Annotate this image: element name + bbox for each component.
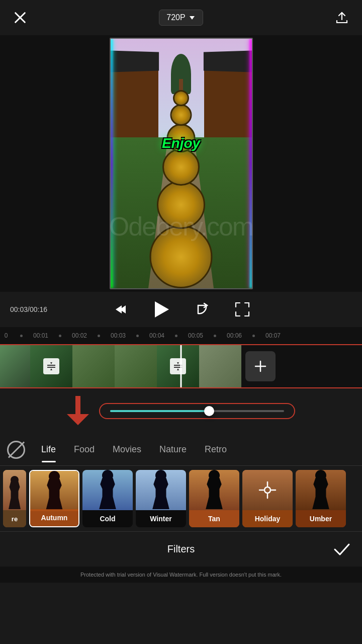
svg-marker-8 (50, 368, 52, 370)
video-frame: Enjoy (110, 38, 253, 289)
slider-fill (110, 410, 209, 412)
tick-dot (136, 335, 139, 337)
play-button[interactable] (150, 298, 172, 320)
svg-marker-11 (177, 362, 179, 364)
add-clip-button[interactable] (245, 351, 276, 381)
filter-thumb-partial[interactable]: re (3, 470, 26, 527)
tick-dot (20, 335, 23, 337)
top-bar: 720P (0, 0, 362, 35)
thumbnail-item (30, 345, 72, 387)
svg-marker-4 (155, 301, 169, 317)
slider-thumb[interactable] (204, 406, 214, 416)
svg-rect-15 (75, 396, 80, 414)
thumbnail-item (199, 345, 241, 387)
filter-tab-none[interactable] (0, 434, 32, 465)
intensity-slider-wrapper[interactable] (99, 403, 295, 419)
bottom-bar: Filters (0, 531, 362, 567)
filter-tab-label-retro: Retro (205, 444, 227, 455)
svg-marker-12 (177, 368, 179, 370)
resolution-button[interactable]: 720P (159, 10, 203, 26)
arrow-slider-section (0, 388, 362, 434)
timeline: 0 00:01 00:02 00:03 00:04 00:05 00:06 00… (0, 327, 362, 344)
thumbnail-item (157, 345, 199, 387)
tick-dot (214, 335, 216, 337)
svg-rect-6 (47, 367, 55, 368)
filter-tab-label-life: Life (41, 444, 56, 455)
tick-dot (252, 335, 255, 337)
filter-thumb-holiday[interactable]: Holiday (242, 470, 293, 527)
filter-thumb-label-umber: Umber (296, 510, 346, 527)
filter-thumb-autumn[interactable]: Autumn (29, 470, 79, 527)
filters-title: Filters (167, 543, 195, 555)
active-indicator (42, 461, 56, 462)
watermark-overlay: Odebery.com (0, 211, 362, 242)
resolution-label: 720P (166, 13, 185, 22)
export-button[interactable] (332, 8, 352, 28)
tick-5: 00:05 (187, 332, 205, 339)
close-button[interactable] (10, 8, 30, 28)
thumbnail-strip (0, 344, 362, 388)
down-arrow-indicator (67, 396, 89, 426)
filter-thumb-tan[interactable]: Tan (189, 470, 239, 527)
filter-thumb-label-holiday: Holiday (242, 510, 293, 527)
watermark-notice: Protected with trial version of Visual W… (0, 567, 362, 583)
tick-6: 00:06 (225, 332, 243, 339)
filter-tab-life[interactable]: Life (32, 434, 65, 465)
thumbnail-item (0, 345, 30, 387)
tick-dot (98, 335, 100, 337)
video-overlay-text: Enjoy (162, 135, 200, 151)
tick-3: 00:03 (109, 332, 127, 339)
time-display: 00:03/00:16 (10, 305, 47, 313)
svg-marker-2 (190, 16, 195, 20)
thumbnail-item (115, 345, 157, 387)
filter-tab-food[interactable]: Food (65, 434, 104, 465)
thumbnail-item (72, 345, 115, 387)
filter-thumb-umber[interactable]: Umber (296, 470, 346, 527)
filter-tab-label-nature: Nature (159, 444, 187, 455)
filter-tab-label-movies: Movies (113, 444, 141, 455)
filter-tab-movies[interactable]: Movies (104, 434, 150, 465)
filter-thumb-label-cold: Cold (82, 510, 133, 527)
tick-0: 0 (1, 332, 11, 339)
filter-thumbnails: re Autumn Cold Winter Tan (0, 466, 362, 531)
confirm-button[interactable] (332, 539, 352, 559)
svg-rect-5 (47, 365, 55, 366)
video-preview: Enjoy Odebery.com (0, 35, 362, 292)
filter-tab-label-food: Food (74, 444, 95, 455)
tick-2: 00:02 (70, 332, 88, 339)
filter-tab-retro[interactable]: Retro (196, 434, 236, 465)
filter-thumb-label-autumn: Autumn (30, 509, 78, 526)
filter-thumb-label-tan: Tan (189, 510, 239, 527)
trim-icon[interactable] (43, 358, 59, 374)
tick-dot (175, 335, 177, 337)
tick-7: 00:07 (264, 332, 282, 339)
filter-thumb-winter[interactable]: Winter (136, 470, 186, 527)
tick-1: 00:01 (32, 332, 50, 339)
svg-marker-16 (67, 414, 89, 425)
playhead (180, 345, 182, 387)
filter-thumb-label-partial: re (3, 510, 26, 527)
svg-marker-7 (50, 362, 52, 364)
filter-category-tabs: Life Food Movies Nature Retro (0, 434, 362, 466)
rewind-forward-button[interactable] (192, 299, 212, 319)
svg-point-17 (264, 487, 270, 493)
filter-thumb-cold[interactable]: Cold (82, 470, 133, 527)
rewind-button[interactable] (110, 299, 130, 319)
fullscreen-button[interactable] (232, 299, 252, 319)
tick-4: 00:04 (148, 332, 166, 339)
trim-icon-2[interactable] (170, 358, 186, 374)
tick-dot (59, 335, 61, 337)
filter-thumb-label-winter: Winter (136, 510, 186, 527)
filter-tab-nature[interactable]: Nature (150, 434, 196, 465)
no-filter-icon (7, 441, 25, 459)
playback-controls: 00:03/00:16 (0, 292, 362, 327)
